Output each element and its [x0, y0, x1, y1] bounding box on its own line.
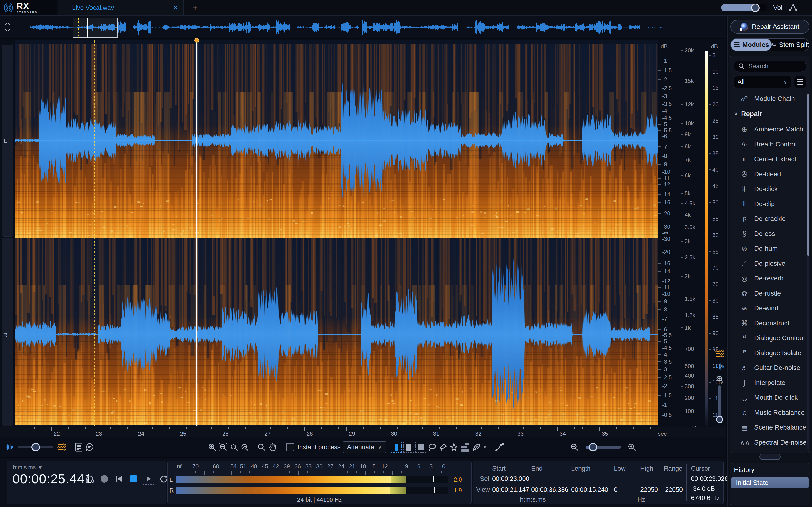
- vertical-zoom-thumb[interactable]: [716, 416, 723, 423]
- zoom-in-time-icon[interactable]: [207, 442, 217, 453]
- grab-tool-icon[interactable]: [267, 442, 278, 453]
- selection-info-panel[interactable]: Start End Length Low High Range Cursor S…: [473, 460, 724, 504]
- module-item-de-reverb[interactable]: ◎De-reverb: [731, 271, 807, 286]
- amp-tick-label: -7: [662, 316, 667, 322]
- module-item-center-extract[interactable]: ◐Center Extract: [731, 152, 807, 166]
- module-item-scene-rebalance[interactable]: ▤Scene Rebalance: [731, 420, 807, 435]
- module-filter-dropdown[interactable]: All ∨: [733, 76, 791, 88]
- module-item-de-hum[interactable]: ⊘De-hum: [731, 241, 807, 256]
- panel-resize-handle[interactable]: [759, 454, 780, 460]
- zoom-fit-icon[interactable]: [239, 442, 250, 453]
- time-tick: [532, 427, 532, 429]
- module-item-de-bleed[interactable]: ✇De-bleed: [731, 167, 807, 181]
- waveform-mode-icon[interactable]: [715, 361, 725, 372]
- horizontal-zoom-thumb[interactable]: [589, 443, 597, 451]
- playhead-time-display[interactable]: 00:00:25.441: [12, 471, 92, 486]
- module-item-ambience-match[interactable]: ⊕Ambience Match: [731, 122, 807, 136]
- module-search-input[interactable]: Search: [733, 61, 806, 72]
- module-item-de-plosive[interactable]: ☄De-plosive: [731, 256, 807, 271]
- feather-dropdown-icon[interactable]: ▾: [482, 442, 488, 453]
- time-frequency-selection-tool[interactable]: [403, 442, 414, 453]
- feather-selection-tool[interactable]: [471, 442, 482, 453]
- freq-tick: [681, 175, 683, 176]
- module-list-options-button[interactable]: [794, 76, 806, 88]
- zoom-out-selection-icon[interactable]: [217, 442, 229, 453]
- module-list-scrollbar-thumb[interactable]: [807, 94, 809, 256]
- return-to-start-button[interactable]: [113, 473, 124, 484]
- vertical-zoom-in-icon[interactable]: [715, 374, 725, 385]
- time-tick: [144, 427, 145, 429]
- amp-tick: [658, 202, 661, 203]
- record-button[interactable]: [99, 473, 110, 484]
- display-blend-thumb[interactable]: [32, 443, 40, 451]
- file-tab[interactable]: Live Vocal.wav ✕: [58, 0, 184, 15]
- spectrogram-playhead[interactable]: [196, 40, 197, 426]
- horizontal-zoom-in-icon[interactable]: [626, 442, 637, 453]
- level-meters-panel[interactable]: -Inf.-70-60-54-51-48-45-42-39-36-33-30-2…: [167, 460, 471, 504]
- freq-tick: [681, 160, 683, 160]
- playhead-marker[interactable]: [194, 38, 199, 43]
- brush-selection-tool[interactable]: [438, 442, 449, 453]
- comments-icon[interactable]: [84, 442, 95, 453]
- horizontal-zoom-out-icon[interactable]: [569, 442, 580, 453]
- module-item-guitar-de-noise[interactable]: ♬Guitar De-noise: [731, 360, 807, 375]
- signal-flow-icon[interactable]: [789, 3, 798, 12]
- stop-button[interactable]: [128, 473, 139, 484]
- module-item-de-click[interactable]: ✳De-click: [731, 182, 807, 196]
- module-item-de-clip[interactable]: ‖De-clip: [731, 197, 807, 211]
- draw-curve-tool[interactable]: [494, 442, 505, 453]
- zoom-tool-icon[interactable]: [256, 442, 267, 453]
- selection-levels-icon[interactable]: [461, 443, 469, 452]
- module-item-music-rebalance[interactable]: ♫Music Rebalance: [731, 405, 807, 420]
- module-item-deconstruct[interactable]: ⌘Deconstruct: [731, 316, 807, 331]
- play-button[interactable]: [143, 473, 154, 485]
- module-item-de-wind[interactable]: ≋De-wind: [731, 301, 807, 316]
- history-item[interactable]: Initial State: [731, 477, 809, 488]
- module-item-de-crackle[interactable]: ♯De-crackle: [731, 212, 807, 226]
- process-mode-dropdown[interactable]: Attenuate ∨: [343, 441, 386, 453]
- lasso-selection-tool[interactable]: [427, 442, 438, 453]
- time-format-selector[interactable]: h:m:s.ms ▼: [13, 464, 43, 471]
- module-item-breath-control[interactable]: ∿Breath Control: [731, 137, 807, 152]
- monitor-button[interactable]: [84, 473, 95, 484]
- channel-lane-right[interactable]: [2, 237, 13, 426]
- amp-tick-label: -8: [662, 306, 667, 313]
- spectrogram-mode-icon[interactable]: [715, 349, 725, 359]
- volume-slider[interactable]: [721, 4, 767, 11]
- spectrogram-blend-icon: [56, 442, 67, 453]
- tab-modules[interactable]: Modules: [731, 39, 772, 51]
- add-tab-button[interactable]: +: [189, 3, 201, 13]
- rx-logo-icon: [2, 2, 14, 14]
- volume-slider-thumb[interactable]: [751, 3, 760, 12]
- section-header-repair[interactable]: ∨ Repair: [731, 107, 807, 121]
- time-selection-tool[interactable]: [391, 442, 402, 453]
- freq-tick: [681, 227, 683, 227]
- waveform-overview[interactable]: [0, 16, 726, 39]
- spectrogram-canvas[interactable]: [15, 40, 658, 426]
- time-tick-label: 29: [349, 431, 355, 437]
- session-notes-icon[interactable]: [73, 442, 84, 453]
- frequency-selection-tool[interactable]: [415, 442, 426, 453]
- overview-collapse-handle[interactable]: [2, 19, 13, 35]
- module-item-mouth-de-click[interactable]: ◡Mouth De-click: [731, 390, 807, 405]
- time-axis[interactable]: 2223242526272829303132333435sec: [0, 427, 726, 438]
- instant-process-checkbox[interactable]: [286, 443, 294, 451]
- tab-stem-split[interactable]: Ψ Stem Split: [772, 39, 809, 51]
- amp-tick-label: -1.5: [662, 392, 672, 399]
- module-item-dialogue-contour[interactable]: ❝Dialogue Contour: [731, 331, 807, 345]
- meter-scale-label: -60: [211, 463, 219, 470]
- repair-assistant-button[interactable]: Repair Assistant: [730, 20, 809, 34]
- module-item-dialogue-isolate[interactable]: ❞Dialogue Isolate: [731, 346, 807, 360]
- module-item-module-chain[interactable]: ☍ Module Chain: [731, 92, 807, 106]
- module-item-de-ess[interactable]: §De-ess: [731, 227, 807, 241]
- horizontal-zoom-slider[interactable]: [586, 446, 621, 449]
- module-item-interpolate[interactable]: ∫Interpolate: [731, 376, 807, 390]
- overview-view-rectangle[interactable]: [73, 18, 118, 38]
- tab-close-icon[interactable]: ✕: [173, 4, 178, 12]
- zoom-to-selection-icon[interactable]: [229, 442, 239, 453]
- display-blend-slider[interactable]: [18, 446, 53, 448]
- vertical-zoom-slider[interactable]: [718, 385, 721, 420]
- module-item-de-rustle[interactable]: ✿De-rustle: [731, 286, 807, 301]
- magic-wand-tool[interactable]: [449, 442, 459, 453]
- module-item-spectral-de-noise[interactable]: ∧∧Spectral De-noise: [731, 435, 807, 450]
